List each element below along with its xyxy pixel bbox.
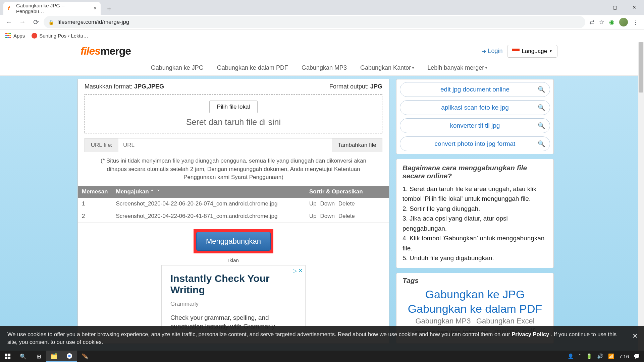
volume-tray-icon[interactable]: 🔊 bbox=[597, 353, 603, 359]
people-tray-icon[interactable]: 👤 bbox=[568, 353, 574, 359]
tag-link[interactable]: Gabungkan ke dalam PDF bbox=[408, 302, 542, 315]
kebab-menu-icon[interactable]: ⋮ bbox=[633, 18, 639, 26]
chrome-taskbar-icon[interactable] bbox=[62, 351, 77, 362]
delete-link[interactable]: Delete bbox=[338, 200, 355, 207]
tag-link[interactable]: Gabungkan MP3 bbox=[415, 317, 471, 325]
lock-icon: 🔒 bbox=[48, 19, 54, 25]
related-search-item[interactable]: konverter tif til jpg🔍 bbox=[400, 118, 550, 133]
apps-shortcut[interactable]: Apps bbox=[5, 33, 25, 39]
svg-point-6 bbox=[68, 355, 70, 357]
tags-title: Tags bbox=[402, 277, 547, 285]
search-taskbar-icon[interactable]: 🔍 bbox=[15, 351, 31, 362]
login-link[interactable]: ➔ Login bbox=[481, 48, 502, 55]
search-icon: 🔍 bbox=[538, 140, 545, 147]
apps-label: Apps bbox=[13, 33, 25, 39]
language-label: Language bbox=[522, 48, 547, 55]
scrollbar-thumb[interactable] bbox=[639, 42, 643, 93]
new-tab-button[interactable]: + bbox=[103, 3, 115, 15]
tag-link[interactable]: Gabungkan ke JPG bbox=[425, 288, 525, 301]
output-format-value: JPG bbox=[370, 83, 382, 90]
back-button[interactable]: ← bbox=[3, 16, 15, 28]
reload-button[interactable]: ⟳ bbox=[30, 16, 42, 28]
scrollbar[interactable] bbox=[638, 42, 644, 351]
move-up-link[interactable]: Up bbox=[309, 213, 317, 219]
start-button[interactable] bbox=[0, 351, 15, 362]
bookmarks-bar: Apps Sunting Pos ‹ Lektu… bbox=[0, 29, 644, 42]
nav-merge-office[interactable]: Gabungkan Kantor▾ bbox=[360, 64, 414, 71]
bookmark-favicon-icon bbox=[32, 33, 37, 39]
related-searches: edit jpg document online🔍 aplikasi scan … bbox=[396, 79, 554, 154]
move-down-link[interactable]: Down bbox=[320, 200, 334, 207]
input-format: Masukkan format: JPG,JPEG bbox=[85, 83, 164, 90]
login-arrow-icon: ➔ bbox=[481, 48, 486, 55]
chevron-down-icon: ▾ bbox=[412, 66, 414, 70]
language-button[interactable]: Language ▼ bbox=[507, 45, 557, 58]
url-input[interactable] bbox=[118, 138, 332, 152]
related-search-item[interactable]: convert photo into jpg format🔍 bbox=[400, 136, 550, 151]
close-icon[interactable]: × bbox=[94, 5, 97, 11]
move-down-link[interactable]: Down bbox=[320, 213, 334, 219]
output-format-label: Format output: bbox=[329, 83, 370, 90]
privacy-policy-link[interactable]: Privacy Policy bbox=[512, 331, 549, 337]
file-explorer-icon[interactable]: 🗂️ bbox=[46, 351, 62, 362]
task-view-icon[interactable]: ⊞ bbox=[31, 351, 46, 362]
wifi-tray-icon[interactable]: 📶 bbox=[608, 353, 614, 359]
ad-brand: Grammarly bbox=[170, 301, 297, 307]
windows-taskbar: 🔍 ⊞ 🗂️ 🪶 👤 ˄ 🔋 🔊 📶 7:16 💬 bbox=[0, 351, 644, 362]
site-logo[interactable]: filesmerge bbox=[80, 45, 131, 57]
maximize-button[interactable]: ▢ bbox=[605, 0, 625, 15]
table-row: 2 Screenshot_2020-04-22-06-20-41-871_com… bbox=[78, 210, 389, 222]
logo-part1: files bbox=[80, 45, 100, 57]
th-file[interactable]: Mengajukan˄ ˅ bbox=[112, 186, 305, 198]
notifications-tray-icon[interactable]: 💬 bbox=[634, 353, 640, 359]
related-search-item[interactable]: edit jpg document online🔍 bbox=[400, 82, 550, 97]
browser-titlebar: f Gabungkan ke JPG -- Penggabu… × + — ▢ … bbox=[0, 0, 644, 15]
ad-info-icon[interactable]: ▷ bbox=[293, 267, 297, 274]
related-search-item[interactable]: aplikasi scan foto ke jpg🔍 bbox=[400, 100, 550, 115]
nav-label: Gabungkan ke JPG bbox=[151, 64, 204, 71]
app-taskbar-icon[interactable]: 🪶 bbox=[77, 351, 93, 362]
pick-local-file-button[interactable]: Pilih file lokal bbox=[209, 101, 258, 113]
omnibox[interactable]: 🔒 filesmerge.com/id/merge-jpg bbox=[44, 16, 585, 28]
upload-disclaimer: (* Situs ini tidak menyimpan file yang d… bbox=[78, 152, 389, 186]
battery-tray-icon[interactable]: 🔋 bbox=[586, 353, 592, 359]
bookmark-item[interactable]: Sunting Pos ‹ Lektu… bbox=[32, 33, 88, 39]
nav-label: Gabungkan Kantor bbox=[360, 64, 411, 71]
nav-more-mergers[interactable]: Lebih banyak merger▾ bbox=[427, 64, 487, 71]
delete-link[interactable]: Delete bbox=[338, 213, 355, 219]
apps-icon bbox=[5, 33, 11, 39]
minimize-button[interactable]: — bbox=[586, 0, 605, 15]
tray-chevron-icon[interactable]: ˄ bbox=[579, 353, 581, 359]
translate-icon[interactable]: ⇄ bbox=[589, 18, 594, 26]
tag-link[interactable]: Gabungkan Excel bbox=[476, 317, 535, 325]
sort-icons: ˄ ˅ bbox=[151, 189, 161, 194]
address-text: filesmerge.com/id/merge-jpg bbox=[57, 19, 129, 25]
merge-highlight: Menggabungkan bbox=[194, 229, 273, 253]
nav-merge-pdf[interactable]: Gabungkan ke dalam PDF bbox=[217, 64, 288, 71]
site-header: filesmerge ➔ Login Language ▼ bbox=[0, 42, 638, 76]
site-nav: Gabungkan ke JPG Gabungkan ke dalam PDF … bbox=[0, 60, 638, 75]
cookie-close-icon[interactable]: ✕ bbox=[632, 331, 638, 341]
merge-button[interactable]: Menggabungkan bbox=[196, 232, 271, 251]
close-window-button[interactable]: ✕ bbox=[625, 0, 644, 15]
th-ops: Sortir & Operasikan bbox=[305, 186, 389, 198]
add-url-file-button[interactable]: Tambahkan file bbox=[332, 138, 382, 152]
cookie-text: We use cookies to offer you a better bro… bbox=[7, 331, 512, 337]
row-filename: Screenshot_2020-04-22-06-20-41-871_com.a… bbox=[112, 210, 305, 222]
input-format-value: JPG,JPEG bbox=[134, 83, 164, 90]
dropzone[interactable]: Pilih file lokal Seret dan taruh file di… bbox=[85, 94, 382, 133]
nav-merge-jpg[interactable]: Gabungkan ke JPG bbox=[151, 64, 204, 71]
clock[interactable]: 7:16 bbox=[619, 354, 629, 359]
forward-button[interactable]: → bbox=[17, 16, 28, 28]
move-up-link[interactable]: Up bbox=[309, 200, 317, 207]
extension-icon[interactable]: ◉ bbox=[609, 18, 614, 26]
nav-label: Lebih banyak merger bbox=[427, 64, 484, 71]
star-icon[interactable]: ☆ bbox=[599, 18, 604, 26]
ad-close-icon[interactable]: ✕ bbox=[298, 267, 303, 274]
browser-tab[interactable]: f Gabungkan ke JPG -- Penggabu… × bbox=[3, 2, 101, 15]
page-viewport: filesmerge ➔ Login Language ▼ bbox=[0, 42, 638, 351]
profile-avatar[interactable] bbox=[619, 18, 628, 26]
window-controls: — ▢ ✕ bbox=[586, 0, 644, 15]
url-label: URL file: bbox=[85, 138, 118, 152]
nav-merge-mp3[interactable]: Gabungkan MP3 bbox=[302, 64, 347, 71]
